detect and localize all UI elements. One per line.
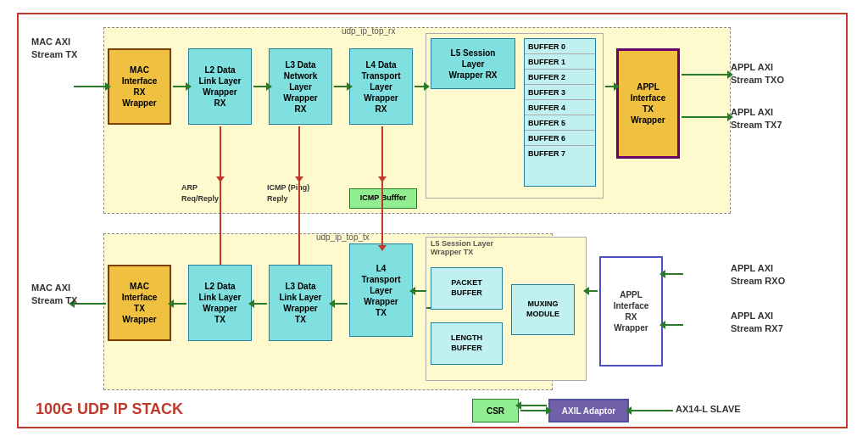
icmp-ping-label: ICMP (Ping)Reply — [267, 182, 309, 204]
l3-tx-block: L3 DataLink LayerWrapperTX — [269, 265, 332, 341]
buffer-0: BUFFER 0 — [525, 39, 595, 54]
buffer-7: BUFFER 7 — [525, 146, 595, 161]
arrow-appl-txo — [682, 74, 728, 76]
l5-rx-region: L5 SessionLayerWrapper RX BUFFER 0 BUFFE… — [426, 33, 604, 199]
l5-tx-region: L5 Session LayerWrapper TX PACKETBUFFER … — [426, 237, 587, 381]
stack-title: 100G UDP IP STACK — [36, 400, 183, 418]
arrow-icmp-connect — [298, 180, 300, 265]
arrow-axil-slave — [631, 410, 673, 411]
mac-axi-tx-top-label: MAC AXIStream TX — [31, 36, 77, 62]
buffer-2: BUFFER 2 — [525, 70, 595, 85]
arrow-l4-l5 — [415, 86, 425, 87]
arrow-mux-out — [426, 307, 431, 309]
rx-region-label: udp_ip_top_rx — [342, 26, 395, 36]
arrow-appl-tx7 — [682, 116, 728, 118]
l2-tx-block: L2 DataLink LayerWrapperTX — [188, 265, 252, 341]
appl-tx-block: APPLInterfaceTXWrapper — [616, 48, 680, 159]
arrow-buffer-appl — [605, 86, 615, 87]
appl-axi-tx7-label: APPL AXIStream TX7 — [731, 106, 782, 132]
buffer-1: BUFFER 1 — [525, 54, 595, 70]
buffer-4: BUFFER 4 — [525, 100, 595, 115]
mac-axi-tx-bottom-label: MAC AXIStream TX — [31, 282, 77, 308]
mac-rx-block: MACInterfaceRXWrapper — [108, 48, 171, 125]
arrow-rx7-in — [665, 324, 683, 326]
appl-axi-rxo-label: APPL AXIStream RXO — [731, 262, 785, 288]
arrow-l4-connect — [381, 178, 383, 246]
arrow-l3-l4 — [334, 86, 348, 87]
l4-rx-block: L4 DataTransportLayerWrapperRX — [349, 48, 413, 125]
buffer-5: BUFFER 5 — [525, 115, 595, 131]
arrow-csr-axil-right — [520, 410, 547, 411]
arrow-arp-down — [220, 126, 221, 177]
arrow-mac-tx-out — [74, 303, 106, 305]
packet-buffer-block: PACKETBUFFER — [431, 267, 503, 310]
arrow-arp-connect — [220, 180, 221, 265]
buffer-3: BUFFER 3 — [525, 85, 595, 100]
axil-adaptor-block: AXIL Adaptor — [548, 399, 629, 422]
csr-block: CSR — [472, 399, 519, 422]
tx-region-label: udp_ip_top_tx — [316, 232, 370, 242]
length-buffer-block: LENGTHBUFFER — [431, 322, 503, 365]
main-container: 100G UDP IP STACK udp_ip_top_rx MACInter… — [17, 13, 848, 428]
appl-rx-block: APPLInterfaceRXWrapper — [599, 256, 663, 366]
l4-tx-block: L4TransportLayerWrapperTX — [349, 243, 413, 337]
arrow-rxo-in — [665, 273, 683, 275]
arrow-appl-rx-l5 — [588, 290, 598, 292]
buffer-list: BUFFER 0 BUFFER 1 BUFFER 2 BUFFER 3 BUFF… — [524, 38, 596, 187]
arrow-csr-axil-left — [520, 405, 547, 406]
l2-rx-block: L2 DataLink LayerWrapperRX — [188, 48, 252, 125]
l3-rx-block: L3 DataNetworkLayerWrapperRX — [269, 48, 332, 125]
arrow-l3-l2 — [253, 303, 267, 305]
l5-rx-block: L5 SessionLayerWrapper RX — [431, 38, 515, 89]
arrow-l4-l3 — [334, 303, 348, 305]
ax14-slave-label: AX14-L SLAVE — [676, 403, 741, 416]
arrow-in-mac-rx — [74, 86, 106, 87]
icmp-buffer-block: ICMP Bufffer — [349, 188, 417, 209]
arrow-mac-l2 — [173, 86, 186, 87]
appl-axi-rx7-label: APPL AXIStream RX7 — [731, 310, 783, 336]
arrow-l4-down — [381, 126, 383, 177]
arrow-icmp-down — [298, 126, 300, 177]
arrow-l2-mac-tx — [173, 303, 186, 305]
appl-axi-txo-label: APPL AXIStream TXO — [731, 61, 784, 87]
muxing-module-block: MUXINGMODULE — [511, 284, 575, 335]
arp-label: ARPReq/Reply — [181, 182, 219, 204]
arrow-l2-l3 — [253, 86, 267, 87]
mac-tx-block: MACInterfaceTXWrapper — [108, 265, 171, 341]
arrow-l5-l4 — [415, 290, 426, 292]
buffer-6: BUFFER 6 — [525, 131, 595, 146]
